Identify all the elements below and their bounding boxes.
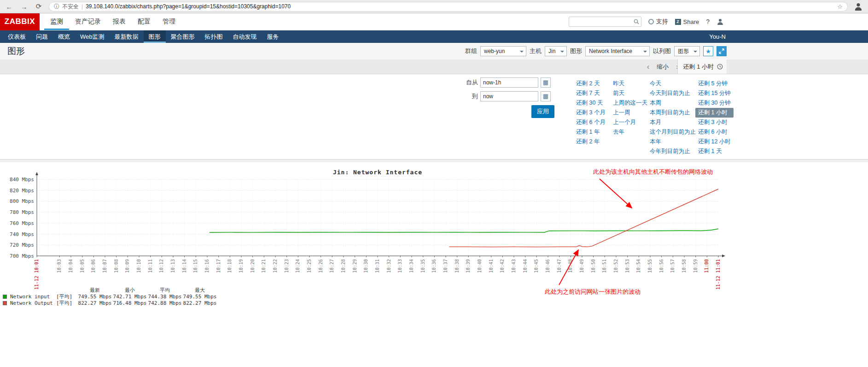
zabbix-logo[interactable]: ZABBIX — [0, 13, 40, 30]
to-calendar-icon[interactable]: ▦ — [541, 91, 551, 101]
apply-button[interactable]: 应用 — [531, 105, 554, 118]
page-header: 图形 群组web-yun主机Jin图形Network Interface以列图图… — [0, 43, 868, 59]
help-link[interactable]: ? — [706, 18, 710, 25]
top-menu-item-1[interactable]: 资产记录 — [69, 13, 107, 30]
subnav-item-1[interactable]: 问题 — [31, 30, 53, 43]
svg-text:10:58: 10:58 — [682, 259, 687, 273]
user-icon[interactable] — [717, 18, 724, 25]
bookmark-star-icon[interactable]: ☆ — [837, 3, 843, 10]
subnav-item-6[interactable]: 聚合图形 — [166, 30, 200, 43]
subnav-item-2[interactable]: 概览 — [53, 30, 75, 43]
quick-range-link-2-7[interactable]: 今年到目前为止 — [647, 147, 695, 156]
from-input[interactable] — [480, 77, 538, 88]
subnav-item-4[interactable]: 最新数据 — [110, 30, 144, 43]
quick-range-link-3-4[interactable]: 还剩 3 小时 — [695, 118, 734, 127]
control-select-1[interactable]: Jin — [545, 46, 567, 56]
favourite-button[interactable]: ★ — [703, 46, 713, 56]
quick-range-link-1-4[interactable]: 上一个月 — [610, 118, 647, 127]
quick-range-link-3-1[interactable]: 还剩 15 分钟 — [695, 89, 734, 98]
top-menu-item-2[interactable]: 报表 — [107, 13, 132, 30]
search-icon[interactable] — [634, 19, 639, 24]
top-menu-item-3[interactable]: 配置 — [132, 13, 157, 30]
subnav-item-5[interactable]: 图形 — [144, 30, 166, 43]
quick-range-link-0-1[interactable]: 还剩 7 天 — [573, 89, 610, 98]
legend-header-0: 最新 — [77, 287, 112, 294]
quick-range-link-2-0[interactable]: 今天 — [647, 79, 695, 89]
search-input[interactable] — [569, 17, 641, 27]
to-input[interactable] — [480, 91, 538, 101]
quick-range-link-3-0[interactable]: 还剩 5 分钟 — [695, 79, 734, 89]
chevron-down-icon — [560, 51, 564, 54]
url-separator: | — [82, 3, 83, 10]
quick-range-link-1-1[interactable]: 前天 — [610, 89, 647, 98]
share-link[interactable]: Z Share — [675, 18, 699, 25]
svg-text:10:54: 10:54 — [636, 259, 641, 273]
svg-text:10:33: 10:33 — [397, 259, 402, 273]
svg-text:10:30: 10:30 — [363, 259, 368, 273]
subnav-item-7[interactable]: 拓扑图 — [200, 30, 228, 43]
top-menu-item-0[interactable]: 监测 — [44, 13, 69, 30]
graph-canvas[interactable]: Jin: Network Interface700 Mbps720 Mbps74… — [0, 162, 727, 367]
quick-range-link-0-4[interactable]: 还剩 6 个月 — [573, 118, 610, 127]
svg-text:10:28: 10:28 — [341, 259, 346, 273]
zoom-out-button[interactable]: 缩小 — [657, 63, 669, 71]
subnav-right-link[interactable]: You-N — [709, 30, 726, 43]
quick-range-link-0-5[interactable]: 还剩 1 年 — [573, 127, 610, 137]
browser-profile-icon[interactable] — [853, 1, 863, 12]
legend-aggregation-1: [平均] — [56, 300, 77, 307]
quick-range-link-1-5[interactable]: 去年 — [610, 127, 647, 137]
control-label-0: 群组 — [465, 47, 477, 55]
support-link[interactable]: 支持 — [648, 18, 668, 26]
quick-range-link-1-0[interactable]: 昨天 — [610, 79, 647, 89]
svg-text:10:07: 10:07 — [102, 259, 107, 273]
reload-icon[interactable]: ⟳ — [34, 2, 43, 11]
svg-text:10:19: 10:19 — [239, 259, 244, 273]
control-select-2[interactable]: Network Interface — [585, 46, 650, 56]
svg-text:10:46: 10:46 — [545, 259, 550, 273]
quick-range-link-1-2[interactable]: 上周的这一天 — [610, 98, 647, 108]
top-menu-item-4[interactable]: 管理 — [157, 13, 181, 30]
quick-range-link-2-3[interactable]: 本周到目前为止 — [647, 108, 695, 118]
time-shift-left-icon[interactable]: ‹ — [647, 63, 650, 71]
quick-range-link-0-0[interactable]: 还剩 2 天 — [573, 79, 610, 89]
quick-range-link-0-6[interactable]: 还剩 2 年 — [573, 137, 610, 147]
quick-range-link-0-2[interactable]: 还剩 30 天 — [573, 98, 610, 108]
address-bar[interactable]: ⓘ 不安全 | 39.108.140.0/zabbix/charts.php?p… — [49, 2, 848, 12]
annotation-image-access: 此处为之前访问网站一张图片的波动 — [545, 288, 641, 296]
subnav-item-8[interactable]: 自动发现 — [228, 30, 262, 43]
info-icon[interactable]: ⓘ — [54, 3, 59, 11]
quick-range-link-2-4[interactable]: 本月 — [647, 118, 695, 127]
svg-text:10:13: 10:13 — [170, 259, 175, 273]
subnav-item-3[interactable]: Web监测 — [75, 30, 110, 43]
quick-range-link-3-2[interactable]: 还剩 30 分钟 — [695, 98, 734, 108]
time-range-tab[interactable]: 还剩 1 小时 — [677, 59, 727, 74]
legend-value-1-1: 716.48 Mbps — [112, 300, 147, 306]
forward-icon[interactable]: → — [19, 3, 29, 11]
subnav-item-9[interactable]: 服务 — [262, 30, 284, 43]
quick-range-link-2-5[interactable]: 这个月到目前为止 — [647, 127, 695, 137]
subnav-item-0[interactable]: 仪表板 — [3, 30, 31, 43]
control-select-0[interactable]: web-yun — [480, 46, 526, 56]
svg-text:10:11: 10:11 — [148, 259, 153, 273]
control-select-3[interactable]: 图形 — [674, 46, 700, 56]
quick-range-link-3-3[interactable]: 还剩 1 小时 — [695, 108, 734, 118]
back-icon[interactable]: ← — [5, 3, 14, 11]
quick-range-link-1-3[interactable]: 上一周 — [610, 108, 647, 118]
quick-range-link-3-6[interactable]: 还剩 12 小时 — [695, 137, 734, 147]
svg-text:720 Mbps: 720 Mbps — [10, 242, 34, 248]
graph-legend: 最新最小平均最大Network input[平均]749.55 Mbps742.… — [3, 287, 217, 306]
quick-range-link-3-5[interactable]: 还剩 6 小时 — [695, 127, 734, 137]
legend-series-name-1: Network Output — [10, 300, 56, 306]
svg-text:10:45: 10:45 — [534, 259, 539, 273]
from-calendar-icon[interactable]: ▦ — [541, 77, 551, 88]
svg-text:780 Mbps: 780 Mbps — [10, 209, 34, 215]
quick-range-link-0-3[interactable]: 还剩 3 个月 — [573, 108, 610, 118]
quick-range-link-2-6[interactable]: 本年 — [647, 137, 695, 147]
svg-text:10:44: 10:44 — [523, 259, 528, 273]
quick-range-link-3-7[interactable]: 还剩 1 天 — [695, 147, 734, 156]
quick-range-link-2-1[interactable]: 今天到目前为止 — [647, 89, 695, 98]
legend-header-3: 最大 — [182, 287, 217, 294]
quick-range-link-2-2[interactable]: 本周 — [647, 98, 695, 108]
app-header: ZABBIX 监测资产记录报表配置管理 支持 Z Share ? — [0, 13, 868, 30]
kiosk-mode-button[interactable] — [717, 46, 727, 56]
